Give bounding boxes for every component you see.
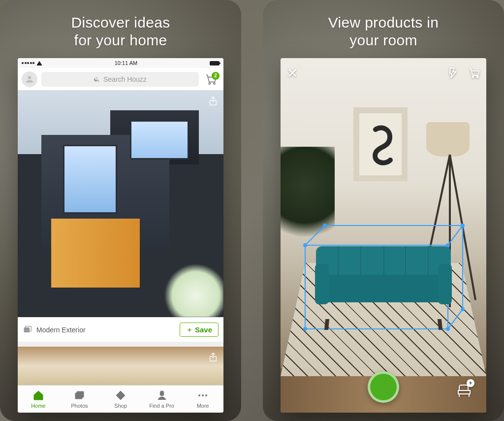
search-placeholder: Search Houzz: [103, 75, 147, 83]
tab-home[interactable]: Home: [18, 386, 59, 413]
cart-button[interactable]: 2: [203, 73, 220, 86]
tab-label: Find a Pro: [149, 403, 174, 409]
feed-card[interactable]: Modern Exterior Save: [18, 91, 223, 342]
plus-icon: [186, 326, 193, 333]
title-line-1: View products in: [328, 14, 439, 31]
close-icon[interactable]: [286, 67, 298, 79]
svg-point-26: [472, 76, 474, 78]
gallery-icon: [23, 325, 32, 335]
status-bar: 10:11 AM: [18, 58, 223, 68]
pro-icon: [156, 389, 168, 401]
promo-panel-right: View products in your room: [263, 0, 504, 421]
svg-rect-3: [24, 327, 30, 332]
svg-point-27: [477, 76, 478, 78]
room-wall-art: [353, 107, 408, 181]
home-icon: [32, 389, 44, 401]
panel-title-right: View products in your room: [328, 14, 439, 49]
title-line-2: for your home: [74, 32, 167, 48]
wifi-icon: [36, 61, 42, 65]
feed-scroll[interactable]: Modern Exterior Save: [18, 91, 223, 385]
share-icon[interactable]: [208, 96, 219, 106]
panel-title-left: Discover ideas for your home: [71, 14, 170, 49]
card-footer: Modern Exterior Save: [18, 317, 223, 342]
save-button[interactable]: Save: [180, 323, 219, 337]
add-product-button[interactable]: +: [455, 381, 473, 400]
tab-photos[interactable]: Photos: [59, 386, 100, 413]
card-caption-text: Modern Exterior: [36, 326, 86, 334]
title-line-1: Discover ideas: [71, 14, 170, 31]
cart-icon[interactable]: [469, 67, 480, 79]
capture-button[interactable]: [368, 371, 399, 403]
search-icon: [94, 76, 100, 83]
tab-bar: Home Photos Shop Find a Pro More: [18, 385, 223, 413]
tab-label: Shop: [114, 403, 127, 409]
share-icon[interactable]: [208, 352, 219, 362]
status-time: 10:11 AM: [115, 60, 137, 66]
tab-label: Home: [31, 403, 45, 409]
tab-more[interactable]: More: [182, 386, 223, 413]
flash-icon[interactable]: [447, 67, 459, 79]
signal-dots-icon: [22, 62, 34, 64]
person-icon: [25, 74, 34, 84]
ar-camera-view: +: [281, 58, 486, 413]
promo-panel-left: Discover ideas for your home 10:11 AM Se…: [0, 0, 241, 421]
plus-badge-icon: +: [467, 379, 474, 387]
tag-icon: [115, 389, 126, 401]
tab-shop[interactable]: Shop: [100, 386, 141, 413]
phone-mockup: 10:11 AM Search Houzz 2: [18, 58, 223, 413]
ar-product-sofa[interactable]: [316, 246, 451, 320]
card-image: [18, 91, 223, 317]
svg-point-8: [121, 393, 123, 394]
tab-label: Photos: [71, 403, 88, 409]
tab-label: More: [197, 403, 209, 409]
svg-rect-7: [77, 391, 84, 397]
svg-point-9: [160, 392, 164, 396]
battery-icon: [210, 61, 220, 65]
navbar: Search Houzz 2: [18, 68, 223, 91]
photos-icon: [73, 389, 85, 401]
save-label: Save: [195, 325, 212, 334]
svg-point-0: [209, 83, 210, 84]
cart-badge: 2: [212, 72, 220, 80]
room-lamp: [426, 122, 470, 157]
svg-point-1: [214, 83, 215, 84]
profile-avatar-button[interactable]: [22, 71, 37, 87]
feed-card-next[interactable]: [18, 347, 223, 385]
search-input[interactable]: Search Houzz: [41, 72, 199, 87]
title-line-2: your room: [349, 32, 417, 48]
more-icon: [198, 389, 207, 401]
tab-find-a-pro[interactable]: Find a Pro: [141, 386, 183, 413]
